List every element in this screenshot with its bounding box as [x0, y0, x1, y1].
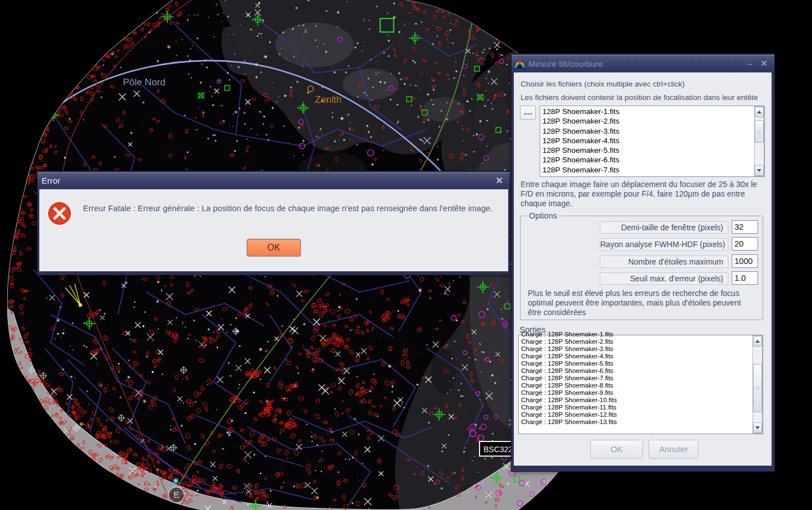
svg-text:Zenith: Zenith: [315, 94, 341, 105]
svg-text:Pôle Nord: Pôle Nord: [123, 77, 166, 88]
svg-text:E: E: [174, 490, 179, 499]
